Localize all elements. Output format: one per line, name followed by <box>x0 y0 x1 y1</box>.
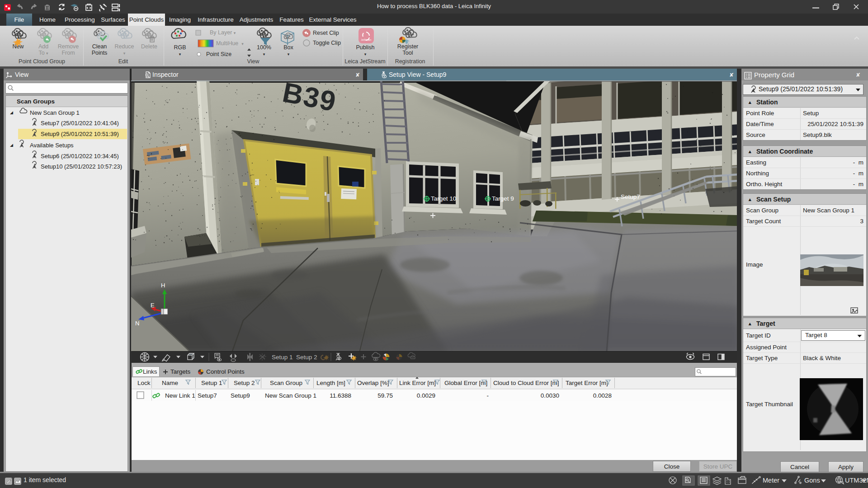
svg-text:Link Error [m]: Link Error [m] <box>399 380 436 386</box>
svg-text:Gons: Gons <box>804 477 820 484</box>
svg-text:59.75: 59.75 <box>377 392 393 399</box>
svg-text:Setup7: Setup7 <box>621 193 640 200</box>
svg-text:Global Error [m]: Global Error [m] <box>444 380 487 386</box>
svg-text:Lock: Lock <box>137 380 151 386</box>
svg-text:Name: Name <box>162 380 178 386</box>
svg-text:Scan Group: Scan Group <box>270 380 302 386</box>
svg-text:Setup 1 Setup 2: Setup 1 Setup 2 <box>272 354 317 361</box>
svg-text:H: H <box>161 282 165 289</box>
svg-text:New Scan Group 1: New Scan Group 1 <box>265 392 316 399</box>
svg-text:Cloud to Cloud Error [m]: Cloud to Cloud Error [m] <box>493 380 559 386</box>
svg-text:Overlap [%]: Overlap [%] <box>357 380 389 386</box>
svg-text:-: - <box>487 392 489 399</box>
svg-text:JetStream: JetStream <box>361 38 372 41</box>
svg-text:E: E <box>151 302 155 309</box>
svg-text:Target Error [m]: Target Error [m] <box>566 380 608 386</box>
svg-text:Target 9: Target 9 <box>492 195 514 202</box>
svg-text:N: N <box>135 320 139 327</box>
svg-text:0.0029: 0.0029 <box>417 392 435 399</box>
svg-text:Target 10: Target 10 <box>431 195 456 202</box>
svg-text:Meter: Meter <box>763 477 779 484</box>
svg-text:Setup 1: Setup 1 <box>201 380 222 386</box>
svg-text:0.0030: 0.0030 <box>541 392 559 399</box>
svg-text:Length [m]: Length [m] <box>316 380 345 386</box>
svg-text:0.0028: 0.0028 <box>593 392 612 399</box>
svg-text:Setup9: Setup9 <box>231 392 250 399</box>
svg-text:Setup7: Setup7 <box>198 392 217 399</box>
svg-text:Setup 2: Setup 2 <box>234 380 255 386</box>
svg-text:11.6388: 11.6388 <box>330 392 351 399</box>
svg-text:New Link 1: New Link 1 <box>165 392 195 399</box>
